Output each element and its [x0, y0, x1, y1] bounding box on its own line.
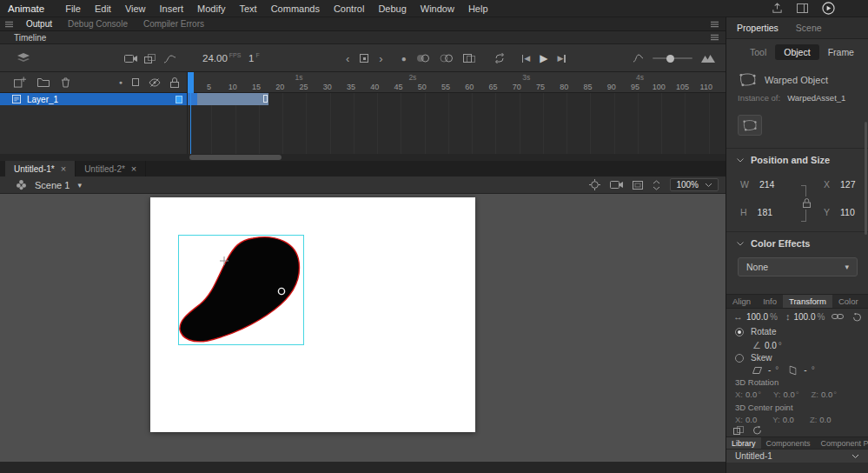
- rotate-radio[interactable]: [735, 328, 744, 336]
- layer-frame-span[interactable]: [188, 93, 268, 105]
- lock-proportions-icon[interactable]: [802, 197, 812, 210]
- clip-content-icon[interactable]: [633, 181, 643, 190]
- graph-editor-icon[interactable]: [164, 44, 176, 72]
- timeline-scrollbar-thumb[interactable]: [189, 155, 282, 160]
- playhead-marker[interactable]: [188, 72, 194, 93]
- doc-tab-untitled-2[interactable]: Untitled-2* ×: [76, 161, 146, 177]
- new-layer-icon[interactable]: [14, 77, 26, 88]
- outline-all-icon[interactable]: [132, 78, 139, 86]
- constrain-link-icon[interactable]: [832, 313, 844, 320]
- insert-keyframe-icon[interactable]: ●: [401, 54, 407, 63]
- scene-caret-icon[interactable]: ▾: [77, 181, 82, 190]
- skew-h-value[interactable]: -: [768, 365, 771, 375]
- remove-transform-icon[interactable]: [752, 426, 762, 435]
- rotation-3d-x[interactable]: 0.0: [745, 390, 757, 399]
- menu-window[interactable]: Window: [414, 0, 461, 17]
- play-icon[interactable]: ▶: [540, 52, 547, 64]
- menu-commands[interactable]: Commands: [264, 0, 327, 17]
- frame-view-large-icon[interactable]: [701, 54, 715, 63]
- center-3d-z[interactable]: 0.0: [819, 415, 831, 424]
- scale-x-value[interactable]: 100.0: [746, 312, 768, 322]
- library-document-select[interactable]: Untitled-1: [726, 449, 868, 463]
- close-tab-icon[interactable]: ×: [61, 163, 66, 174]
- layer-depth-icon[interactable]: [144, 44, 156, 72]
- timeline-zoom-slider-thumb[interactable]: [666, 55, 674, 63]
- edit-multiple-frames-icon[interactable]: [463, 54, 475, 63]
- timeline-panel-menu-icon[interactable]: [711, 34, 726, 41]
- w-value[interactable]: 214: [759, 179, 775, 190]
- menu-debug[interactable]: Debug: [371, 0, 413, 17]
- doc-tab-untitled-1[interactable]: Untitled-1* ×: [5, 161, 76, 177]
- color-effects-header[interactable]: Color Effects: [737, 238, 810, 249]
- menu-control[interactable]: Control: [327, 0, 371, 17]
- current-frame-control[interactable]: 1 F: [248, 44, 260, 72]
- close-tab-icon[interactable]: ×: [131, 163, 136, 174]
- current-frame-indicator-icon[interactable]: [359, 53, 369, 63]
- menu-text[interactable]: Text: [232, 0, 263, 17]
- step-forward-icon[interactable]: ▶: [557, 54, 565, 63]
- zoom-stepper-icon[interactable]: [653, 180, 660, 190]
- menu-view[interactable]: View: [118, 0, 153, 17]
- h-value[interactable]: 181: [758, 207, 773, 217]
- step-back-icon[interactable]: ◀: [522, 54, 530, 63]
- menu-modify[interactable]: Modify: [190, 0, 232, 17]
- timeline-scrollbar[interactable]: [188, 154, 726, 161]
- menu-file[interactable]: File: [58, 0, 88, 17]
- previous-keyframe-icon[interactable]: ‹: [346, 52, 349, 65]
- stage-canvas[interactable]: [150, 197, 475, 432]
- share-icon[interactable]: [772, 3, 783, 14]
- color-effect-select[interactable]: None ▾: [738, 257, 858, 276]
- workspace-icon[interactable]: [797, 3, 808, 13]
- new-folder-icon[interactable]: [37, 77, 50, 87]
- zoom-level-select[interactable]: 100%: [670, 178, 719, 191]
- selected-frame-cell[interactable]: [188, 93, 197, 105]
- position-size-header[interactable]: Position and Size: [737, 155, 830, 165]
- layer-row[interactable]: Layer_1: [0, 93, 187, 105]
- layer-outline-color-swatch[interactable]: [176, 96, 182, 103]
- skew-radio[interactable]: [735, 354, 744, 363]
- scene-breadcrumb[interactable]: Scene 1: [35, 180, 70, 190]
- y-value[interactable]: 110: [840, 207, 855, 217]
- stage-pasteboard[interactable]: [0, 194, 726, 462]
- menu-edit[interactable]: Edit: [88, 0, 118, 17]
- tab-component-parameters[interactable]: Component Par: [816, 437, 868, 449]
- fps-control[interactable]: 24.00 FPS: [202, 44, 241, 72]
- rotation-3d-z[interactable]: 0.0: [821, 390, 832, 399]
- duplicate-and-transform-icon[interactable]: [733, 426, 744, 435]
- panel-grip-icon[interactable]: [0, 21, 18, 28]
- edit-scene-icon[interactable]: [16, 179, 27, 190]
- frame-view-small-icon[interactable]: [633, 54, 644, 63]
- instance-name[interactable]: WarpedAsset_1: [787, 93, 845, 103]
- frames-grid[interactable]: [188, 93, 726, 154]
- layers-icon[interactable]: [17, 44, 30, 72]
- tab-transform[interactable]: Transform: [783, 295, 832, 308]
- loop-icon[interactable]: [494, 53, 506, 63]
- center-3d-y[interactable]: 0.0: [783, 415, 794, 424]
- menu-insert[interactable]: Insert: [153, 0, 191, 17]
- rotate-value[interactable]: 0.0: [765, 341, 777, 350]
- next-keyframe-icon[interactable]: ›: [379, 52, 382, 65]
- zoom-caret-icon[interactable]: [705, 183, 712, 188]
- edit-warp-button[interactable]: [738, 115, 762, 136]
- tab-library[interactable]: Library: [726, 437, 761, 449]
- x-value[interactable]: 127: [840, 179, 856, 190]
- properties-scrollbar[interactable]: [865, 122, 867, 235]
- layer-name[interactable]: Layer_1: [27, 95, 58, 104]
- timeline-zoom-slider[interactable]: [653, 57, 692, 59]
- tab-align[interactable]: Align: [726, 295, 757, 308]
- onion-skin-outlines-icon[interactable]: [440, 54, 454, 63]
- mode-tab-object[interactable]: Object: [775, 44, 818, 60]
- stage-camera-icon[interactable]: [610, 180, 623, 190]
- warped-shape[interactable]: [180, 237, 300, 342]
- scale-y-value[interactable]: 100.0: [793, 312, 815, 322]
- rotation-3d-y[interactable]: 0.0: [783, 390, 794, 399]
- menu-help[interactable]: Help: [461, 0, 495, 17]
- tab-compiler-errors[interactable]: Compiler Errors: [136, 19, 212, 29]
- mode-tab-tool[interactable]: Tool: [741, 44, 775, 60]
- tab-debug-console[interactable]: Debug Console: [60, 19, 136, 29]
- output-panel-menu-icon[interactable]: [711, 21, 726, 28]
- tab-info[interactable]: Info: [757, 295, 783, 308]
- current-frame-value[interactable]: 1: [248, 53, 254, 63]
- tab-color[interactable]: Color: [832, 295, 865, 308]
- center-stage-icon[interactable]: [589, 179, 600, 190]
